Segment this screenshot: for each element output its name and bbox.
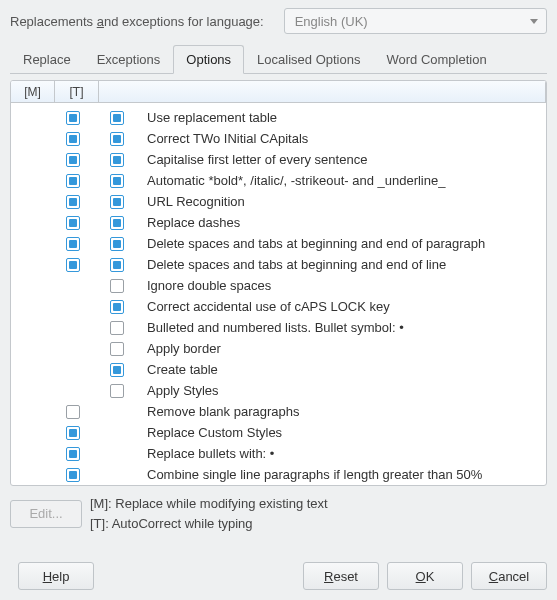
checkbox[interactable] — [110, 174, 124, 188]
checkbox[interactable] — [66, 111, 80, 125]
cell-m — [51, 111, 95, 125]
option-row[interactable]: Replace dashes — [25, 212, 542, 233]
option-row[interactable]: Apply border — [25, 338, 542, 359]
cell-m — [51, 195, 95, 209]
reset-button[interactable]: Reset — [303, 562, 379, 590]
ok-button[interactable]: OK — [387, 562, 463, 590]
option-row[interactable]: Automatic *bold*, /italic/, -strikeout- … — [25, 170, 542, 191]
tab-replace[interactable]: Replace — [10, 45, 84, 74]
tab-word-completion[interactable]: Word Completion — [373, 45, 499, 74]
help-button[interactable]: Help — [18, 562, 94, 590]
legend-line-t: [T]: AutoCorrect while typing — [90, 514, 328, 534]
checkbox[interactable] — [110, 195, 124, 209]
option-label: Delete spaces and tabs at beginning and … — [139, 257, 542, 272]
option-label: Ignore double spaces — [139, 278, 542, 293]
cell-m — [51, 237, 95, 251]
option-label: Replace bullets with: • — [139, 446, 542, 461]
option-row[interactable]: Delete spaces and tabs at beginning and … — [25, 233, 542, 254]
language-select[interactable]: English (UK) — [284, 8, 547, 34]
autocorrect-dialog: Replacements and exceptions for language… — [0, 0, 557, 600]
checkbox[interactable] — [110, 342, 124, 356]
checkbox[interactable] — [66, 216, 80, 230]
checkbox[interactable] — [110, 363, 124, 377]
checkbox[interactable] — [110, 384, 124, 398]
option-label: Use replacement table — [139, 110, 542, 125]
cell-m — [51, 153, 95, 167]
checkbox[interactable] — [110, 111, 124, 125]
checkbox[interactable] — [66, 447, 80, 461]
option-row[interactable]: Apply Styles — [25, 380, 542, 401]
cell-t — [95, 384, 139, 398]
cell-t — [95, 300, 139, 314]
cell-t — [95, 363, 139, 377]
option-row[interactable]: URL Recognition — [25, 191, 542, 212]
legend-row: Edit... [M]: Replace while modifying exi… — [10, 494, 547, 533]
cell-t — [95, 321, 139, 335]
cell-t — [95, 216, 139, 230]
checkbox[interactable] — [66, 195, 80, 209]
option-row[interactable]: Use replacement table — [25, 107, 542, 128]
option-row[interactable]: Remove blank paragraphs — [25, 401, 542, 422]
cell-m — [51, 405, 95, 419]
tab-localised-options[interactable]: Localised Options — [244, 45, 373, 74]
checkbox[interactable] — [66, 468, 80, 482]
option-row[interactable]: Correct TWo INitial CApitals — [25, 128, 542, 149]
option-label: Correct TWo INitial CApitals — [139, 131, 542, 146]
checkbox[interactable] — [66, 174, 80, 188]
checkbox[interactable] — [110, 300, 124, 314]
cell-t — [95, 111, 139, 125]
checkbox[interactable] — [66, 153, 80, 167]
checkbox[interactable] — [110, 258, 124, 272]
tab-options[interactable]: Options — [173, 45, 244, 74]
option-row[interactable]: Capitalise first letter of every sentenc… — [25, 149, 542, 170]
option-row[interactable]: Bulleted and numbered lists. Bullet symb… — [25, 317, 542, 338]
language-row: Replacements and exceptions for language… — [10, 8, 547, 34]
checkbox[interactable] — [66, 258, 80, 272]
checkbox[interactable] — [110, 132, 124, 146]
column-header-t[interactable]: [T] — [55, 81, 99, 102]
checkbox[interactable] — [66, 237, 80, 251]
option-label: Capitalise first letter of every sentenc… — [139, 152, 542, 167]
column-header-m[interactable]: [M] — [11, 81, 55, 102]
edit-button: Edit... — [10, 500, 82, 528]
option-label: Combine single line paragraphs if length… — [139, 467, 542, 482]
cell-t — [95, 174, 139, 188]
option-label: Delete spaces and tabs at beginning and … — [139, 236, 542, 251]
option-label: Bulleted and numbered lists. Bullet symb… — [139, 320, 542, 335]
option-row[interactable]: Replace bullets with: • — [25, 443, 542, 464]
cancel-button[interactable]: Cancel — [471, 562, 547, 590]
option-row[interactable]: Replace Custom Styles — [25, 422, 542, 443]
cell-t — [95, 153, 139, 167]
option-label: Apply border — [139, 341, 542, 356]
option-row[interactable]: Ignore double spaces — [25, 275, 542, 296]
column-header-desc[interactable] — [99, 81, 546, 102]
cell-m — [51, 132, 95, 146]
cell-m — [51, 174, 95, 188]
cell-m — [51, 447, 95, 461]
option-label: Replace dashes — [139, 215, 542, 230]
checkbox[interactable] — [66, 132, 80, 146]
checkbox[interactable] — [66, 405, 80, 419]
options-table-body[interactable]: Use replacement tableCorrect TWo INitial… — [11, 103, 546, 485]
checkbox[interactable] — [110, 321, 124, 335]
cell-m — [51, 468, 95, 482]
option-label: URL Recognition — [139, 194, 542, 209]
cell-t — [95, 195, 139, 209]
cell-t — [95, 237, 139, 251]
option-row[interactable]: Delete spaces and tabs at beginning and … — [25, 254, 542, 275]
checkbox[interactable] — [110, 279, 124, 293]
checkbox[interactable] — [66, 426, 80, 440]
checkbox[interactable] — [110, 216, 124, 230]
option-label: Automatic *bold*, /italic/, -strikeout- … — [139, 173, 542, 188]
tab-exceptions[interactable]: Exceptions — [84, 45, 174, 74]
option-label: Apply Styles — [139, 383, 542, 398]
option-label: Replace Custom Styles — [139, 425, 542, 440]
option-label: Create table — [139, 362, 542, 377]
option-row[interactable]: Create table — [25, 359, 542, 380]
option-row[interactable]: Correct accidental use of cAPS LOCK key — [25, 296, 542, 317]
option-row[interactable]: Combine single line paragraphs if length… — [25, 464, 542, 485]
options-table: [M] [T] Use replacement tableCorrect TWo… — [10, 80, 547, 486]
cell-t — [95, 258, 139, 272]
checkbox[interactable] — [110, 237, 124, 251]
checkbox[interactable] — [110, 153, 124, 167]
